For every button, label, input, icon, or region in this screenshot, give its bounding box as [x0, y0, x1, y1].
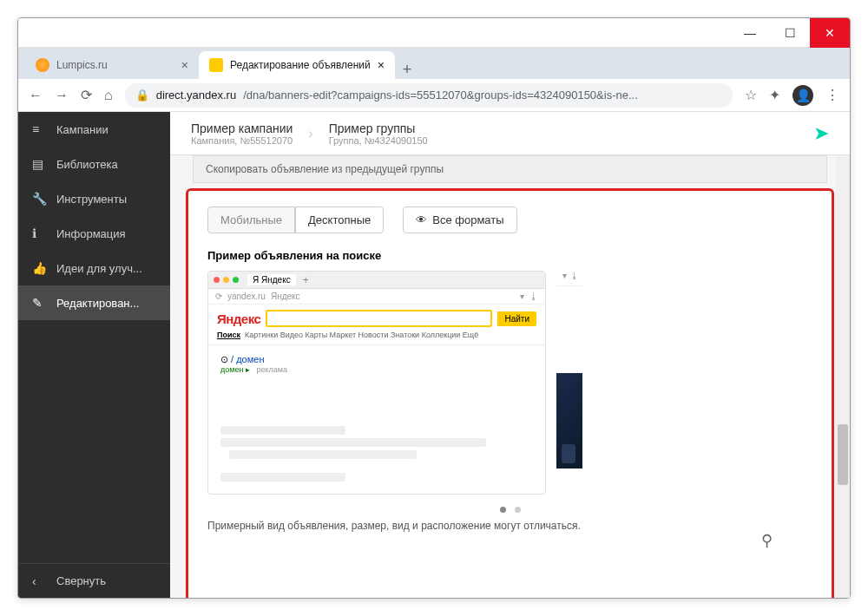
- sidebar-label: Свернуть: [56, 574, 106, 587]
- profile-avatar[interactable]: 👤: [792, 85, 813, 106]
- close-tab-icon[interactable]: ×: [181, 58, 188, 72]
- eye-icon: 👁: [416, 213, 427, 226]
- sidebar-label: Информация: [56, 227, 126, 240]
- mock-find-button: Найти: [497, 311, 536, 326]
- home-button[interactable]: ⌂: [104, 88, 113, 103]
- ad-preview: ⊙ / домен домен ▸ реклама: [208, 345, 545, 494]
- preview-image: [556, 373, 582, 469]
- download-icon: ⭳: [529, 292, 538, 301]
- favicon-icon: [36, 58, 49, 72]
- lock-icon: 🔒: [135, 88, 149, 102]
- chevron-right-icon: ›: [308, 126, 312, 141]
- bookmark-icon: ▾: [562, 271, 567, 285]
- dot[interactable]: [515, 507, 521, 513]
- sidebar-item-library[interactable]: ▤Библиотека: [18, 147, 170, 181]
- sidebar-label: Идеи для улуч...: [56, 262, 142, 275]
- sidebar-label: Кампании: [56, 123, 108, 136]
- dot[interactable]: [500, 507, 506, 513]
- preview-panel: Мобильные Десктопные 👁 Все форматы Приме…: [186, 188, 834, 598]
- url-input[interactable]: 🔒 direct.yandex.ru /dna/banners-edit?cam…: [125, 83, 733, 108]
- scrollbar[interactable]: [836, 155, 850, 598]
- window-titlebar: — ☐ ✕: [18, 18, 850, 48]
- sidebar-item-info[interactable]: ℹИнформация: [18, 216, 170, 251]
- new-tab-button[interactable]: +: [395, 61, 419, 79]
- back-button[interactable]: ←: [29, 88, 43, 103]
- tab-desktop[interactable]: Десктопные: [295, 206, 384, 233]
- yandex-logo: Яндекс: [217, 311, 260, 326]
- close-button[interactable]: ✕: [810, 18, 850, 48]
- mock-search-input: [266, 310, 492, 327]
- bookmark-button[interactable]: ☆: [745, 87, 757, 103]
- send-icon[interactable]: ➤: [813, 122, 829, 145]
- breadcrumb-header: Пример кампании Кампания, №55512070 › Пр…: [170, 112, 850, 155]
- thumbs-up-icon: 👍: [32, 261, 46, 275]
- breadcrumb-campaign[interactable]: Пример кампании Кампания, №55512070: [191, 121, 293, 146]
- bookmark-icon: ▾: [520, 292, 524, 301]
- chevron-left-icon: ‹: [32, 574, 46, 588]
- address-bar: ← → ⟳ ⌂ 🔒 direct.yandex.ru /dna/banners-…: [18, 79, 850, 112]
- minimize-button[interactable]: —: [730, 18, 770, 48]
- sidebar-label: Редактирован...: [56, 297, 139, 310]
- mock-tab: Я Яндекс: [247, 274, 296, 285]
- secondary-preview: ▾⭳: [556, 271, 582, 495]
- search-preview-mock: Я Яндекс + ⟳yandex.ru Яндекс ▾ ⭳ Яндекс: [207, 271, 546, 495]
- carousel-dots: [207, 507, 812, 513]
- all-formats-button[interactable]: 👁 Все форматы: [403, 206, 516, 233]
- sidebar: ≡Кампании ▤Библиотека 🔧Инструменты ℹИнфо…: [18, 112, 170, 598]
- zoom-icon[interactable]: ⚲: [761, 531, 773, 550]
- traffic-light-icon: [214, 277, 220, 283]
- download-icon: ⭳: [570, 271, 579, 285]
- wrench-icon: 🔧: [32, 192, 46, 206]
- extensions-button[interactable]: ✦: [769, 87, 780, 103]
- url-host: direct.yandex.ru: [156, 88, 237, 102]
- maximize-button[interactable]: ☐: [770, 18, 810, 48]
- mock-newtab: +: [303, 274, 309, 286]
- info-icon: ℹ: [32, 226, 46, 240]
- section-title: Пример объявления на поиске: [207, 249, 812, 262]
- traffic-light-icon: [223, 277, 229, 283]
- scrollbar-thumb[interactable]: [838, 424, 848, 485]
- pencil-icon: ✎: [32, 296, 46, 310]
- copy-previous-button[interactable]: Скопировать объявление из предыдущей гру…: [193, 155, 827, 183]
- sidebar-label: Библиотека: [56, 158, 118, 171]
- tab-title: Lumpics.ru: [56, 59, 108, 71]
- sidebar-item-campaigns[interactable]: ≡Кампании: [18, 112, 170, 147]
- tab-editing[interactable]: Редактирование объявлений ×: [199, 51, 395, 79]
- mock-nav: Поиск Картинки Видео Карты Маркет Новост…: [208, 329, 545, 345]
- sidebar-item-ideas[interactable]: 👍Идеи для улуч...: [18, 251, 170, 285]
- preview-hint: Примерный вид объявления, размер, вид и …: [207, 520, 812, 532]
- menu-icon: ≡: [32, 122, 46, 136]
- sidebar-collapse[interactable]: ‹Свернуть: [18, 563, 170, 598]
- breadcrumb-group[interactable]: Пример группы Группа, №4324090150: [329, 121, 428, 146]
- browser-tabs: Lumpics.ru × Редактирование объявлений ×…: [18, 48, 850, 79]
- tab-mobile[interactable]: Мобильные: [207, 206, 295, 233]
- library-icon: ▤: [32, 157, 46, 171]
- traffic-light-icon: [233, 277, 239, 283]
- url-path: /dna/banners-edit?campaigns-ids=55512070…: [243, 88, 638, 102]
- forward-button[interactable]: →: [55, 88, 69, 103]
- reload-button[interactable]: ⟳: [81, 87, 92, 103]
- favicon-icon: [209, 58, 223, 72]
- sidebar-label: Инструменты: [56, 193, 127, 206]
- sidebar-item-tools[interactable]: 🔧Инструменты: [18, 181, 170, 216]
- sidebar-item-editing[interactable]: ✎Редактирован...: [18, 285, 170, 320]
- menu-button[interactable]: ⋮: [825, 87, 839, 103]
- tab-title: Редактирование объявлений: [230, 59, 371, 71]
- close-tab-icon[interactable]: ×: [378, 58, 385, 72]
- tab-lumpics[interactable]: Lumpics.ru ×: [25, 51, 199, 79]
